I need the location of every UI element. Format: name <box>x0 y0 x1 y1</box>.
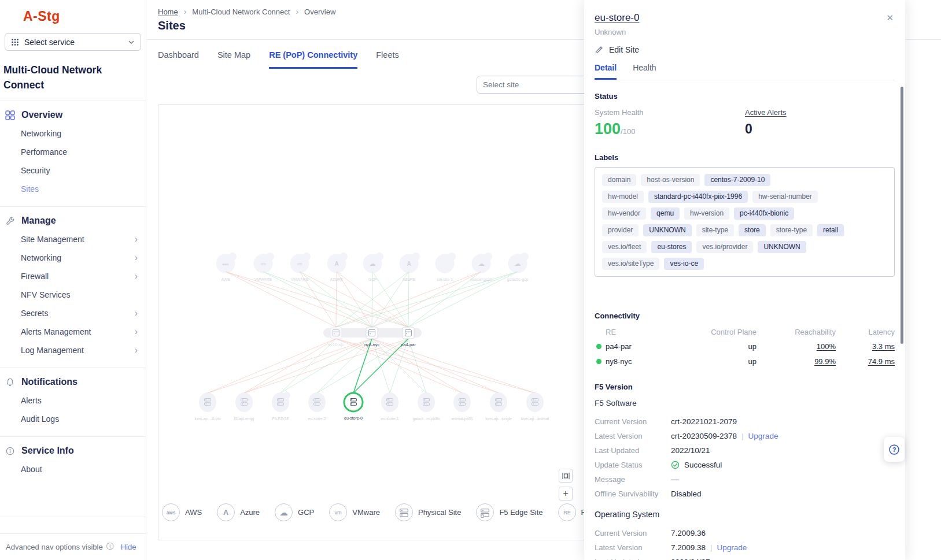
map-cloud-node[interactable]: vmVMWARE <box>254 253 275 281</box>
brand-logo: A-Stg <box>23 9 146 24</box>
breadcrumb-item-overview[interactable]: Overview <box>304 8 335 16</box>
map-cloud-node[interactable]: AAZURE <box>400 253 420 281</box>
sidebar-item-audit-logs[interactable]: Audit Logs <box>0 410 146 428</box>
map-site-node[interactable]: kvm-ap...animal <box>521 392 549 421</box>
map-site-node[interactable]: animal-pa01 <box>451 392 473 421</box>
physical-site-icon <box>395 503 413 521</box>
map-controls: + <box>559 469 573 500</box>
map-cloud-node[interactable]: awsAWS <box>216 253 237 281</box>
operating-system-heading: Operating System <box>595 510 895 519</box>
breadcrumb-item-multi-cloud-network-connect[interactable]: Multi-Cloud Network Connect <box>192 8 290 16</box>
map-site-node[interactable]: kvm-ap...single <box>485 392 512 421</box>
map-cloud-node[interactable]: ☁marcel-gcp1 <box>470 253 492 282</box>
upgrade-link[interactable]: Upgrade <box>717 543 747 552</box>
panel-tab-health[interactable]: Health <box>633 63 656 80</box>
kv-value: crt-20221021-2079 <box>671 417 737 426</box>
map-re-node[interactable]: sv10-sjc <box>328 327 344 347</box>
panel-tab-detail[interactable]: Detail <box>595 63 617 80</box>
help-button[interactable]: ? <box>884 437 905 462</box>
sidebar-item-log-management[interactable]: Log Management› <box>0 341 146 359</box>
hide-nav-link[interactable]: Hide <box>121 543 136 551</box>
sidebar-item-label: About <box>21 465 42 474</box>
zoom-in-icon[interactable]: + <box>559 487 573 500</box>
latency-link[interactable]: 74.9 ms <box>836 357 895 366</box>
product-title: Multi-Cloud Network Connect <box>3 62 141 92</box>
sidebar-item-label: Performance <box>21 147 67 157</box>
advanced-nav-text: Advanced nav options visible <box>6 543 103 551</box>
map-site-node[interactable]: F5-EDGE <box>272 392 290 421</box>
chevron-right-icon: › <box>135 273 138 279</box>
svg-text:eu-store-2: eu-store-2 <box>308 417 326 421</box>
map-re-node[interactable]: pa4-par <box>401 327 416 347</box>
label-tag-pair: site-typestore <box>696 224 766 236</box>
map-cloud-node[interactable]: ☁galactic-gcp <box>507 253 529 282</box>
map-site-node[interactable]: kvm-ap...-6-vio <box>195 392 221 421</box>
map-site-node[interactable]: eu-store-0 <box>344 393 363 420</box>
reachability-link[interactable]: 99.9% <box>757 357 836 366</box>
close-icon[interactable]: ✕ <box>886 13 894 23</box>
panel-scrollbar[interactable] <box>901 87 903 344</box>
svg-text:aws: aws <box>222 262 229 266</box>
app-root: A-Stg Select service Multi-Cloud Network… <box>0 0 941 560</box>
map-cloud-node[interactable]: ☁GCP <box>363 253 384 281</box>
map-cloud-node[interactable]: vmVMWARE <box>290 253 311 281</box>
sidebar-item-firewall[interactable]: Firewall› <box>0 267 146 285</box>
sidebar-item-security[interactable]: Security <box>0 161 146 180</box>
kv-value: crt-20230509-2378|Upgrade <box>671 432 778 440</box>
breadcrumb-item-home[interactable]: Home <box>158 8 178 16</box>
sidebar-section-header-service-info[interactable]: Service Info <box>0 437 146 460</box>
bell-icon <box>5 377 15 387</box>
svg-text:vm: vm <box>335 510 342 516</box>
active-alerts-link[interactable]: Active Alerts <box>745 108 895 117</box>
map-site-node[interactable]: eu-store-1 <box>381 392 399 421</box>
connectivity-heading: Connectivity <box>595 311 895 320</box>
kv-row-last-updated: Last Updated2023/04/07 <box>595 555 895 560</box>
sidebar-item-networking[interactable]: Networking <box>0 124 146 143</box>
kv-value-text: 2023/04/07 <box>671 558 710 560</box>
sidebar-item-site-management[interactable]: Site Management› <box>0 230 146 249</box>
sidebar-item-alerts[interactable]: Alerts <box>0 391 146 410</box>
chevron-right-icon: › <box>135 347 138 353</box>
sidebar-item-alerts-management[interactable]: Alerts Management› <box>0 322 146 341</box>
tab-dashboard[interactable]: Dashboard <box>158 50 199 69</box>
label-tag-pair: hw-modelstandard-pc-i440fx-piix-1996 <box>602 191 748 203</box>
map-site-node[interactable]: f5-api-engg <box>234 392 254 421</box>
sidebar-item-about[interactable]: About <box>0 460 146 479</box>
sidebar-item-label: Alerts <box>21 396 42 405</box>
sidebar-section-header-notifications[interactable]: Notifications <box>0 368 146 391</box>
map-site-node[interactable]: galact...m-pkifix <box>412 392 440 421</box>
map-site-node[interactable]: eu-store-2 <box>308 392 326 421</box>
svg-text:VMWARE: VMWARE <box>254 277 272 281</box>
tab-fleets[interactable]: Fleets <box>376 50 399 69</box>
success-check-icon <box>671 461 680 469</box>
sidebar-item-nfv-services[interactable]: NFV Services <box>0 285 146 304</box>
map-cloud-node[interactable]: sm-site-1 <box>436 253 456 281</box>
latency-link[interactable]: 3.3 ms <box>836 342 895 351</box>
fit-view-icon[interactable] <box>559 469 573 483</box>
sidebar-section-header-manage[interactable]: Manage <box>0 207 146 230</box>
upgrade-link[interactable]: Upgrade <box>748 432 778 440</box>
tab-re-pop-connectivity[interactable]: RE (PoP) Connectivity <box>269 50 357 69</box>
service-selector[interactable]: Select service <box>5 33 141 51</box>
site-title-link[interactable]: eu-store-0 <box>595 12 639 24</box>
sidebar-item-performance[interactable]: Performance <box>0 143 146 161</box>
map-re-node[interactable]: ny8-nyc <box>364 327 380 347</box>
tab-site-map[interactable]: Site Map <box>217 50 250 69</box>
svg-text:AZURE: AZURE <box>402 277 416 281</box>
kv-label: Offline Survivability <box>595 489 671 498</box>
active-alerts-value: 0 <box>745 121 895 137</box>
map-cloud-node[interactable]: AAZURE <box>327 253 348 281</box>
sidebar-section-header-overview[interactable]: Overview <box>0 101 146 124</box>
sidebar-section-label: Manage <box>21 216 56 226</box>
sidebar-item-networking[interactable]: Networking› <box>0 249 146 267</box>
reachability-link[interactable]: 100% <box>757 342 836 351</box>
sidebar-item-secrets[interactable]: Secrets› <box>0 304 146 322</box>
sidebar-item-label: Secrets <box>21 309 48 318</box>
svg-text:animal-pa01: animal-pa01 <box>451 417 473 421</box>
edit-site-button[interactable]: Edit Site <box>595 45 647 54</box>
sidebar-item-sites[interactable]: Sites <box>0 180 146 198</box>
label-tag-key: provider <box>602 224 639 236</box>
re-name: pa4-par <box>606 342 632 351</box>
site-subtitle: Unknown <box>595 28 895 36</box>
edit-site-label: Edit Site <box>609 45 639 54</box>
